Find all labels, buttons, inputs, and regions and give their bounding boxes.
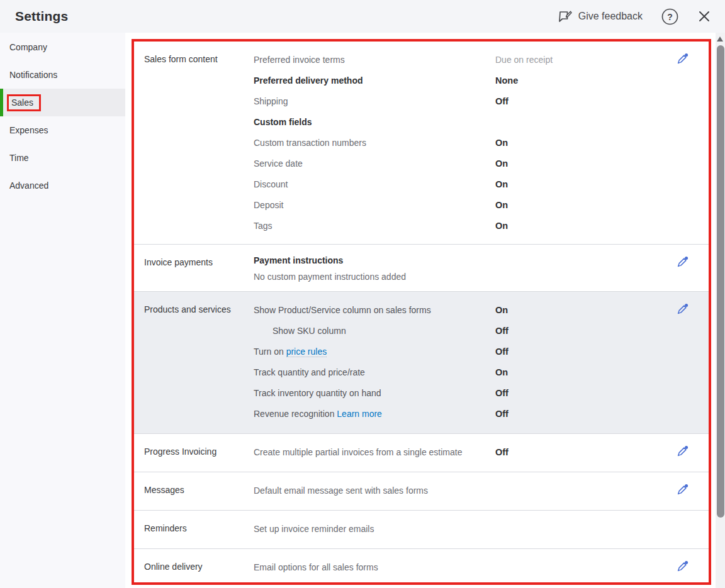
give-feedback-button[interactable]: Give feedback xyxy=(558,9,643,24)
help-button[interactable]: ? xyxy=(661,8,678,25)
section-rows-invoice-payments: Payment instructionsNo custom payment in… xyxy=(254,245,709,291)
x-icon xyxy=(697,9,711,23)
setting-label: Create multiple partial invoices from a … xyxy=(254,447,495,457)
section-rows-reminders: Set up invoice reminder emails xyxy=(254,511,709,548)
setting-label: Turn on price rules xyxy=(254,347,495,357)
setting-value: On xyxy=(495,179,508,189)
setting-value: On xyxy=(495,305,508,315)
vertical-scrollbar[interactable] xyxy=(716,33,725,588)
edit-pencil-button-products-and-services[interactable] xyxy=(675,302,690,317)
sidebar-item-expenses[interactable]: Expenses xyxy=(0,116,125,144)
setting-label-text: Email options for all sales forms xyxy=(254,562,378,572)
section-rows-messages: Default email message sent with sales fo… xyxy=(254,472,709,510)
setting-label-text: Preferred invoice terms xyxy=(254,55,345,65)
setting-row: Custom fields xyxy=(254,111,709,132)
setting-value: On xyxy=(495,158,508,169)
section-title-online-delivery: Online delivery xyxy=(134,549,254,582)
pencil-icon xyxy=(675,490,690,499)
sidebar-item-advanced[interactable]: Advanced xyxy=(0,172,125,199)
sidebar-item-notifications[interactable]: Notifications xyxy=(0,61,125,89)
setting-value: On xyxy=(495,138,508,148)
settings-sidebar: CompanyNotificationsSalesExpensesTimeAdv… xyxy=(0,33,125,588)
setting-value: None xyxy=(495,75,518,86)
setting-row: Preferred invoice termsDue on receipt xyxy=(254,49,709,70)
top-bar: Settings Give feedback ? xyxy=(0,0,725,33)
edit-pencil-button-progress-invoicing[interactable] xyxy=(675,444,690,459)
section-title-progress-invoicing: Progress Invoicing xyxy=(134,434,254,472)
setting-label: Discount xyxy=(254,179,495,189)
setting-label: No custom payment instructions added xyxy=(254,272,495,282)
sidebar-item-sales[interactable]: Sales xyxy=(0,89,125,116)
section-title-reminders: Reminders xyxy=(134,511,254,548)
setting-label-text: Revenue recognition xyxy=(254,409,337,419)
section-online-delivery: Online deliveryEmail options for all sal… xyxy=(134,549,709,582)
section-messages: MessagesDefault email message sent with … xyxy=(134,472,709,511)
section-progress-invoicing: Progress InvoicingCreate multiple partia… xyxy=(134,434,709,472)
setting-row: Service dateOn xyxy=(254,153,709,174)
setting-label-text: Payment instructions xyxy=(254,255,343,265)
page-title: Settings xyxy=(15,9,68,24)
close-button[interactable] xyxy=(697,9,711,23)
setting-row: Payment instructions xyxy=(254,252,709,269)
setting-label-text: Track quantity and price/rate xyxy=(254,367,365,377)
setting-label: Email options for all sales forms xyxy=(254,562,495,572)
setting-row: Revenue recognition Learn moreOff xyxy=(254,403,709,424)
edit-pencil-button-sales-form-content[interactable] xyxy=(675,52,690,67)
setting-label: Tags xyxy=(254,221,495,231)
setting-row: Preferred delivery methodNone xyxy=(254,70,709,91)
section-reminders: RemindersSet up invoice reminder emails xyxy=(134,511,709,549)
setting-label: Default email message sent with sales fo… xyxy=(254,485,495,496)
setting-label-text: Track inventory quantity on hand xyxy=(254,388,381,398)
setting-row: ShippingOff xyxy=(254,91,709,111)
setting-label-text: Default email message sent with sales fo… xyxy=(254,485,428,496)
setting-value: On xyxy=(495,367,508,377)
setting-value: Off xyxy=(495,96,509,106)
edit-pencil-button-online-delivery[interactable] xyxy=(675,559,690,574)
setting-value: Off xyxy=(495,447,509,457)
setting-value: Due on receipt xyxy=(495,55,553,65)
scrollbar-thumb[interactable] xyxy=(717,45,724,518)
setting-label-text: Custom transaction numbers xyxy=(254,138,366,148)
sidebar-item-company[interactable]: Company xyxy=(0,33,125,61)
sidebar-item-label: Advanced xyxy=(9,180,48,191)
setting-row: No custom payment instructions added xyxy=(254,269,709,285)
setting-value: On xyxy=(495,200,508,210)
setting-row: Track quantity and price/rateOn xyxy=(254,362,709,382)
pencil-icon xyxy=(675,567,690,576)
sidebar-item-time[interactable]: Time xyxy=(0,144,125,172)
setting-label-text: Show SKU column xyxy=(273,326,346,336)
setting-row: Default email message sent with sales fo… xyxy=(254,480,709,501)
setting-label-text: Turn on xyxy=(254,347,286,357)
setting-label: Show Product/Service column on sales for… xyxy=(254,305,495,315)
setting-label: Shipping xyxy=(254,96,495,106)
setting-row: DiscountOn xyxy=(254,174,709,194)
setting-label-text: Tags xyxy=(254,221,273,231)
sidebar-item-label: Time xyxy=(9,153,29,163)
section-title-messages: Messages xyxy=(134,472,254,510)
setting-label-text: Create multiple partial invoices from a … xyxy=(254,447,462,457)
section-products-and-services: Products and servicesShow Product/Servic… xyxy=(134,292,709,434)
scroll-up-arrow-icon[interactable] xyxy=(717,36,723,42)
setting-value: Off xyxy=(495,388,509,398)
setting-row: Show SKU columnOff xyxy=(254,320,709,341)
setting-row: Show Product/Service column on sales for… xyxy=(254,299,709,320)
pencil-icon xyxy=(675,59,690,69)
section-sales-form-content: Sales form contentPreferred invoice term… xyxy=(134,42,709,245)
edit-pencil-button-invoice-payments[interactable] xyxy=(675,255,690,270)
sidebar-item-label: Company xyxy=(9,42,47,52)
setting-row: Custom transaction numbersOn xyxy=(254,132,709,153)
setting-row: Create multiple partial invoices from a … xyxy=(254,441,709,462)
setting-label-text: Custom fields xyxy=(254,117,312,127)
inline-link[interactable]: Learn more xyxy=(337,409,382,419)
setting-row: Track inventory quantity on handOff xyxy=(254,382,709,403)
edit-pencil-button-messages[interactable] xyxy=(675,482,690,497)
question-circle-icon: ? xyxy=(661,8,678,25)
pencil-icon xyxy=(675,262,690,272)
setting-label: Show SKU column xyxy=(254,326,495,336)
setting-label-text: Service date xyxy=(254,158,303,169)
pencil-icon xyxy=(675,452,690,461)
feedback-label: Give feedback xyxy=(578,11,643,22)
pencil-icon xyxy=(675,309,690,319)
setting-label-text: Shipping xyxy=(254,96,288,106)
inline-link[interactable]: price rules xyxy=(286,347,327,357)
